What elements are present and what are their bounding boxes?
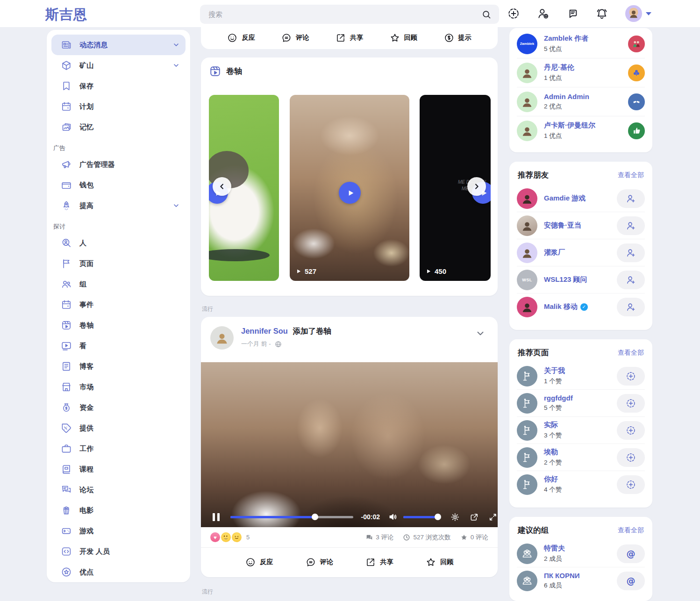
- author-name[interactable]: Jennifer Sou: [241, 327, 288, 335]
- sidebar-item-courses[interactable]: 课程: [51, 459, 186, 479]
- react-button[interactable]: 反应: [245, 557, 273, 567]
- page-name[interactable]: rggfdgdf: [544, 394, 573, 402]
- friend-name[interactable]: Gamdie 游戏: [544, 194, 586, 203]
- see-all-link[interactable]: 查看全部: [618, 349, 644, 357]
- member-row[interactable]: Zamblek Zamblek 作者 5 优点: [517, 29, 645, 58]
- sidebar-item-pages[interactable]: 页面: [51, 253, 186, 274]
- reviews-count[interactable]: 0 评论: [460, 533, 488, 542]
- group-name[interactable]: ПК КОРNИ: [544, 572, 580, 580]
- create-post-icon[interactable]: [507, 7, 520, 20]
- comment-button[interactable]: 评论: [306, 557, 333, 567]
- volume-handle[interactable]: [435, 514, 441, 520]
- join-group-button[interactable]: @: [617, 544, 645, 563]
- sidebar-item-mine[interactable]: 矿山: [51, 55, 186, 76]
- messages-icon[interactable]: [566, 7, 579, 20]
- post-time[interactable]: 一个月 前 -: [241, 340, 271, 348]
- page-avatar[interactable]: [517, 393, 537, 414]
- member-row[interactable]: 卢卡斯·伊曼纽尔 1 优点: [517, 116, 645, 145]
- page-name[interactable]: 你好: [544, 475, 562, 484]
- page-row[interactable]: 关于我 1 个赞: [517, 363, 645, 390]
- like-page-button[interactable]: [617, 421, 645, 440]
- sidebar-item-groups[interactable]: 组: [51, 274, 186, 294]
- friend-row[interactable]: WSL ✓ WSL123 顾问: [517, 266, 645, 293]
- sidebar-item-movies[interactable]: 电影: [51, 500, 186, 521]
- member-row[interactable]: Admin Admin 2 优点: [517, 87, 645, 116]
- reaction-love-icon[interactable]: ♥: [210, 532, 220, 542]
- react-button[interactable]: 反应: [227, 33, 255, 43]
- page-name[interactable]: 埃勒: [544, 448, 562, 457]
- sidebar-item-blog[interactable]: 博客: [51, 356, 186, 377]
- sidebar-item-memories[interactable]: 记忆: [51, 117, 186, 137]
- reaction-wow-icon[interactable]: [221, 532, 231, 542]
- page-row[interactable]: 埃勒 2 个赞: [517, 444, 645, 471]
- member-name[interactable]: 丹尼·基伦: [544, 63, 574, 72]
- member-avatar[interactable]: [517, 92, 537, 112]
- see-all-link[interactable]: 查看全部: [618, 526, 644, 535]
- post-video[interactable]: -00:02: [201, 362, 498, 527]
- video-progress-bar[interactable]: [230, 516, 353, 518]
- add-friend-button[interactable]: [617, 243, 645, 262]
- comments-count[interactable]: 3 评论: [365, 533, 393, 542]
- page-row[interactable]: 你好 4 个赞: [517, 471, 645, 498]
- profile-menu[interactable]: [625, 5, 651, 22]
- like-page-button[interactable]: [617, 394, 645, 413]
- friend-row[interactable]: 灌浆厂: [517, 239, 645, 266]
- page-avatar[interactable]: [517, 366, 537, 386]
- group-name[interactable]: 特雷夫: [544, 544, 565, 553]
- friend-avatar[interactable]: [517, 243, 537, 263]
- pip-icon[interactable]: [470, 512, 479, 522]
- page-name[interactable]: 关于我: [544, 366, 565, 375]
- sidebar-item-ads-manager[interactable]: 广告管理器: [51, 154, 186, 175]
- group-avatar[interactable]: [517, 571, 537, 591]
- like-page-button[interactable]: [617, 367, 645, 386]
- add-friend-icon[interactable]: [537, 7, 549, 20]
- reel-thumbnail[interactable]: 527: [290, 95, 409, 281]
- sidebar-item-developers[interactable]: 开发 人员: [51, 541, 186, 562]
- notifications-icon[interactable]: [596, 7, 608, 20]
- pause-button[interactable]: [213, 513, 220, 521]
- member-avatar[interactable]: [517, 63, 537, 83]
- page-avatar[interactable]: [517, 474, 537, 495]
- author-avatar[interactable]: [210, 326, 234, 350]
- friend-name[interactable]: 安德鲁·亚当: [544, 221, 581, 230]
- search-input[interactable]: [200, 10, 481, 18]
- page-avatar[interactable]: [517, 447, 537, 468]
- sidebar-item-watch[interactable]: 看: [51, 336, 186, 356]
- group-row[interactable]: 特雷夫 2 成员 @: [517, 540, 645, 567]
- friend-avatar[interactable]: [517, 188, 537, 209]
- add-friend-button[interactable]: [617, 189, 645, 208]
- friend-name[interactable]: Malik 移动: [544, 302, 578, 311]
- play-button[interactable]: [339, 182, 361, 204]
- reels-next-arrow[interactable]: [467, 177, 486, 196]
- member-name[interactable]: Admin Admin: [544, 93, 589, 100]
- sidebar-item-boost[interactable]: 提高: [51, 195, 186, 216]
- share-button[interactable]: 共享: [365, 557, 393, 567]
- member-avatar[interactable]: Zamblek: [517, 34, 537, 54]
- friend-avatar[interactable]: [517, 215, 537, 236]
- sidebar-item-forums[interactable]: 论坛: [51, 479, 186, 500]
- reactions-count[interactable]: 5: [246, 534, 250, 541]
- app-logo[interactable]: 斯吉恩: [45, 6, 87, 24]
- page-name[interactable]: 实际: [544, 421, 562, 429]
- sidebar-item-wallet[interactable]: 钱包: [51, 175, 186, 195]
- like-page-button[interactable]: [617, 475, 645, 494]
- friend-avatar[interactable]: WSL: [517, 270, 537, 290]
- progress-handle[interactable]: [312, 514, 318, 520]
- profile-avatar[interactable]: [625, 5, 642, 22]
- sidebar-item-reels[interactable]: 卷轴: [51, 315, 186, 336]
- add-friend-button[interactable]: [617, 216, 645, 235]
- page-row[interactable]: 实际 3 个赞: [517, 417, 645, 444]
- volume-icon[interactable]: [388, 512, 398, 522]
- post-menu-chevron[interactable]: [475, 328, 486, 338]
- add-friend-button[interactable]: [617, 298, 645, 316]
- share-button[interactable]: 共享: [336, 33, 363, 43]
- comment-button[interactable]: 评论: [281, 33, 309, 43]
- group-avatar[interactable]: [517, 544, 537, 564]
- see-all-link[interactable]: 查看全部: [618, 171, 644, 179]
- friend-row[interactable]: Malik 移动✓: [517, 293, 645, 320]
- volume-bar[interactable]: [403, 516, 441, 518]
- review-button[interactable]: 回顾: [426, 557, 453, 567]
- sidebar-item-jobs[interactable]: 工作: [51, 438, 186, 459]
- add-friend-button[interactable]: [617, 271, 645, 289]
- sidebar-item-games[interactable]: 游戏: [51, 521, 186, 541]
